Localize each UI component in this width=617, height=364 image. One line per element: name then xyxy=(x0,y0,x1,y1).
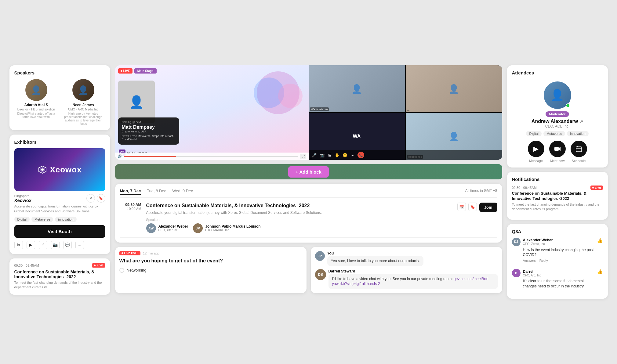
poll-radio-1[interactable] xyxy=(119,268,124,273)
event-time-end: 10:00 AM xyxy=(120,207,141,211)
schedule-button[interactable] xyxy=(571,141,587,157)
exhibitor-tags: Digital Metaverse innovation xyxy=(14,217,105,222)
event-time: 09:30 AM 10:00 AM xyxy=(120,203,141,233)
svg-marker-2 xyxy=(559,147,561,151)
notif-header-1: 09:30 - 09:45AM LIVE xyxy=(512,186,603,190)
fullscreen-icon[interactable]: ⛶ xyxy=(300,154,306,159)
speaker-name-aw: Alexander Weber xyxy=(158,224,188,229)
add-block-area[interactable]: + Add block xyxy=(115,164,502,179)
bookmark-icon[interactable]: 🔖 xyxy=(97,194,105,203)
notifications-card: Notifications 09:30 - 09:45AM LIVE Confe… xyxy=(507,172,608,220)
speakers-label: Speakers xyxy=(146,218,452,222)
notif-desc-left: To meet the fast-changing demands of the… xyxy=(14,280,105,290)
linkedin-icon[interactable]: in xyxy=(14,241,23,249)
tag-digital: Digital xyxy=(14,217,30,222)
exhibitor-logo: Xeowox xyxy=(38,165,82,175)
end-call-button[interactable]: 📞 xyxy=(357,152,364,158)
exhibitor-company: Xeowox xyxy=(14,198,32,203)
live-badge-video: LIVE xyxy=(118,68,132,74)
coming-up-text: Coming up next... xyxy=(122,121,176,124)
video-thumbnail: 👤 Coming up next... Matt Dempsey Crypto … xyxy=(115,65,309,160)
poll-card: LIVE POLL 12 min ago What are you hoping… xyxy=(115,247,307,293)
visit-booth-button[interactable]: Visit Booth xyxy=(14,225,105,238)
qa-user-2: D Darrell CFO, Arc, Inc xyxy=(512,269,597,277)
answers-action[interactable]: Answers xyxy=(523,259,536,262)
svg-rect-1 xyxy=(554,147,559,151)
meet-now-action: Meet now xyxy=(549,141,566,163)
video-grid: 👤 Wade Warren 👤 WA 👤 jacob jones xyxy=(309,65,502,160)
chat-bubble-1: You Yea sure, I love to talk to you more… xyxy=(327,251,423,266)
mic-icon[interactable]: 🎤 xyxy=(312,153,317,157)
attendee-avatar: 👤 xyxy=(544,81,571,109)
calendar-icon-btn[interactable]: 📅 xyxy=(457,203,466,211)
live-dot-left xyxy=(94,265,96,266)
bookmark-icon-btn[interactable]: 🔖 xyxy=(468,203,477,211)
meet-now-label: Meet now xyxy=(550,159,565,163)
speaker-title-jp: CTO, MARKE Inc. xyxy=(205,229,260,232)
like-icon-2[interactable]: 👍 xyxy=(597,269,603,275)
chat-sender-2: Darrell Steward xyxy=(328,269,498,273)
share-icon[interactable]: ↗ xyxy=(86,194,95,203)
poll-option-1[interactable]: Networking xyxy=(119,268,302,273)
qa-user-name-1: Alexander Weber xyxy=(523,238,553,242)
speaker-name-1: Adarsh Atal S xyxy=(24,103,48,107)
more-icon[interactable]: ··· xyxy=(75,241,84,249)
instagram-icon[interactable]: 📷 xyxy=(51,241,60,249)
wechat-icon[interactable]: 💬 xyxy=(63,241,72,249)
tag-metaverse: Metaverse xyxy=(31,217,53,222)
message-action: ▶ Message xyxy=(528,141,544,163)
facebook-icon[interactable]: f xyxy=(39,241,47,249)
speaker-avatar-2: 👤 xyxy=(72,79,94,101)
external-link-icon[interactable]: ↗ xyxy=(580,119,583,124)
tab-tue[interactable]: Tue, 8 Dec xyxy=(147,189,166,195)
volume-icon[interactable]: 🔊 xyxy=(118,154,122,158)
emoji-icon[interactable]: 😊 xyxy=(343,153,347,157)
live-poll-badge: LIVE POLL xyxy=(119,251,141,255)
exhibitor-info: Singapore Xeowox ↗ 🔖 xyxy=(14,194,105,203)
attendee-tags: Digital Metaverse innovation xyxy=(526,131,588,136)
tab-wed[interactable]: Wed, 9 Dec xyxy=(172,189,193,195)
add-block-button[interactable]: + Add block xyxy=(288,166,329,178)
camera-icon[interactable]: 📷 xyxy=(320,153,325,157)
event-actions: 📅 🔖 Join xyxy=(457,203,497,233)
reply-action[interactable]: Reply xyxy=(539,259,548,262)
speaker-main-talk: NFT's & The Metaverse: Steps Into a Post… xyxy=(122,135,176,142)
qa-card: Q8A DJ Alexander Weber CEO, Zepto, Inc H… xyxy=(507,224,608,299)
meet-now-button[interactable] xyxy=(549,141,566,157)
exhibitor-banner: Xeowox xyxy=(14,148,105,191)
event-desc: Accelerate your digital transformation j… xyxy=(146,210,452,215)
video-area: LIVE Main Stage 👤 xyxy=(115,65,502,160)
speaker-avatar-aw: AW xyxy=(146,223,156,233)
notif-live-text: LIVE xyxy=(595,186,601,189)
video-cell-label-1: Wade Warren xyxy=(310,107,329,111)
chat-card: JP You Yea sure, I love to talk to you m… xyxy=(311,247,502,293)
message-button[interactable]: ▶ xyxy=(528,141,544,157)
poll-question: What are you hoping to get out of the ev… xyxy=(119,258,302,264)
join-button[interactable]: Join xyxy=(479,203,497,212)
poll-time: 12 min ago xyxy=(143,251,159,255)
schedule-label: Schedule xyxy=(572,159,586,163)
video-controls: 🔊 ⛶ xyxy=(115,153,309,160)
exhibitor-desc: Accelerate your digital transformation j… xyxy=(14,204,105,214)
like-icon-1[interactable]: 👍 xyxy=(597,238,603,243)
youtube-icon[interactable]: ▶ xyxy=(27,241,35,249)
speaker-main-name: Matt Dempsey xyxy=(122,124,176,130)
notif-time-left: 09:30 - 09:45AM xyxy=(14,264,39,267)
qa-item-1: DJ Alexander Weber CEO, Zepto, Inc How i… xyxy=(512,238,603,263)
tab-mon[interactable]: Mon, 7 Dec xyxy=(120,189,141,195)
notification-card-left: 09:30 - 09:45AM LIVE Conference on Susta… xyxy=(9,258,110,295)
screen-share-icon[interactable]: 🖥 xyxy=(328,153,332,157)
qa-avatar-2: D xyxy=(512,269,521,277)
chat-text-2: I'd like to have a video chat with you. … xyxy=(328,274,498,289)
attendee-tag-metaverse: Metaverse xyxy=(543,131,565,136)
chat-text-content-1: Yea sure, I love to talk to you more abo… xyxy=(331,259,420,263)
poll-option-text-1: Networking xyxy=(127,268,147,272)
more-options-icon[interactable]: ⋯ xyxy=(350,153,354,157)
chat-avatar-you: JP xyxy=(315,251,325,261)
speaker-name-2: Neen James xyxy=(72,103,94,107)
progress-fill xyxy=(124,156,176,157)
progress-bar[interactable] xyxy=(124,156,298,157)
schedule-action: Schedule xyxy=(571,141,587,163)
social-links: in ▶ f 📷 💬 ··· xyxy=(14,241,105,249)
hand-icon[interactable]: ✋ xyxy=(335,153,339,157)
